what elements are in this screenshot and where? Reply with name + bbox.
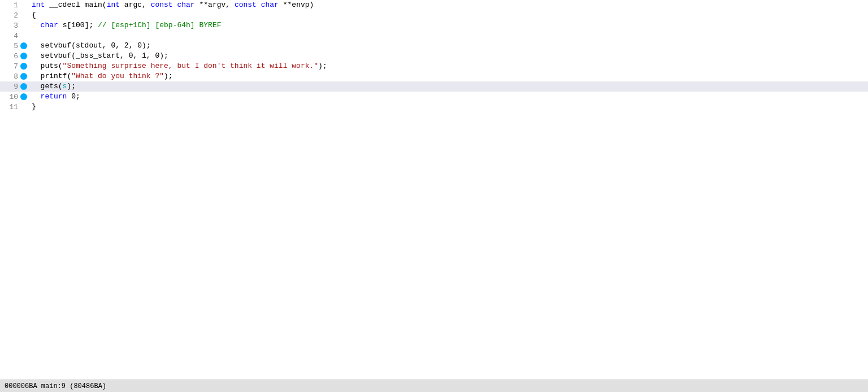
code-content-7: puts("Something surprise here, but I don… — [29, 61, 327, 71]
token: { — [32, 11, 36, 19]
token: gets( — [32, 82, 63, 91]
code-line-10: 10 return 0; — [0, 92, 868, 102]
code-line-5: 5 setvbuf(stdout, 0, 2, 0); — [0, 41, 868, 51]
status-bar: 000006BA main:9 (80486BA) — [0, 380, 868, 392]
line-number-9: 9 — [0, 83, 20, 91]
status-text: 000006BA main:9 (80486BA) — [5, 382, 106, 390]
line-number-4: 4 — [0, 32, 20, 40]
token: ); — [67, 82, 76, 91]
token: char — [41, 21, 58, 29]
token: ); — [164, 72, 173, 80]
breakpoint-dot-10[interactable] — [20, 93, 27, 100]
code-content-10: return 0; — [29, 92, 80, 102]
code-content-3: char s[100]; // [esp+1Ch] [ebp-64h] BYRE… — [29, 20, 221, 31]
token: puts( — [32, 62, 63, 70]
line-number-11: 11 — [0, 103, 20, 111]
code-line-4: 4 — [0, 31, 868, 41]
token: char — [177, 1, 194, 9]
code-line-3: 3 char s[100]; // [esp+1Ch] [ebp-64h] BY… — [0, 20, 868, 31]
token: int — [32, 1, 45, 9]
token: char — [261, 1, 279, 9]
line-number-2: 2 — [0, 11, 20, 20]
token: const — [235, 1, 257, 9]
code-line-1: 1int __cdecl main(int argc, const char *… — [0, 0, 868, 10]
token: setvbuf(_bss_start, 0, 1, 0); — [32, 51, 168, 60]
code-content-1: int __cdecl main(int argc, const char **… — [29, 0, 314, 10]
breakpoint-dot-5[interactable] — [20, 42, 27, 49]
token: "What do you think ?" — [71, 72, 164, 80]
token: int — [107, 1, 120, 9]
token: // [esp+1Ch] [ebp-64h] BYREF — [98, 21, 221, 29]
token: **argv, — [195, 1, 235, 9]
token: return — [41, 92, 67, 101]
token: __cdecl main( — [45, 1, 106, 9]
code-editor: 1int __cdecl main(int argc, const char *… — [0, 0, 868, 380]
code-line-8: 8 printf("What do you think ?"); — [0, 71, 868, 81]
code-content-6: setvbuf(_bss_start, 0, 1, 0); — [29, 51, 168, 61]
token: ); — [318, 62, 327, 70]
token: "Something surprise here, but I don't th… — [63, 62, 318, 70]
token: const — [151, 1, 173, 9]
token — [32, 21, 41, 29]
token: } — [32, 102, 36, 111]
token: printf( — [32, 72, 71, 80]
breakpoint-dot-8[interactable] — [20, 73, 27, 80]
code-line-11: 11} — [0, 102, 868, 112]
code-content-5: setvbuf(stdout, 0, 2, 0); — [29, 41, 151, 51]
token: s[100]; — [58, 21, 98, 29]
line-number-10: 10 — [0, 93, 20, 101]
line-number-8: 8 — [0, 72, 20, 81]
line-number-7: 7 — [0, 62, 20, 71]
code-content-2: { — [29, 10, 36, 20]
code-content-9: gets(s); — [29, 81, 76, 92]
token: 0; — [67, 92, 80, 101]
code-line-2: 2{ — [0, 10, 868, 20]
token — [32, 92, 41, 101]
code-content-11: } — [29, 102, 36, 112]
token: setvbuf(stdout, 0, 2, 0); — [32, 41, 151, 50]
code-line-9: 9 gets(s); — [0, 81, 868, 92]
code-line-7: 7 puts("Something surprise here, but I d… — [0, 61, 868, 71]
token: argc, — [120, 1, 151, 9]
breakpoint-dot-6[interactable] — [20, 53, 27, 59]
line-number-6: 6 — [0, 52, 20, 61]
code-line-6: 6 setvbuf(_bss_start, 0, 1, 0); — [0, 51, 868, 61]
line-number-3: 3 — [0, 21, 20, 30]
breakpoint-dot-9[interactable] — [20, 83, 27, 90]
line-number-5: 5 — [0, 42, 20, 50]
code-content-8: printf("What do you think ?"); — [29, 71, 173, 81]
line-number-1: 1 — [0, 1, 20, 10]
breakpoint-dot-7[interactable] — [20, 63, 27, 70]
token: **envp) — [279, 1, 314, 9]
token — [257, 1, 261, 9]
